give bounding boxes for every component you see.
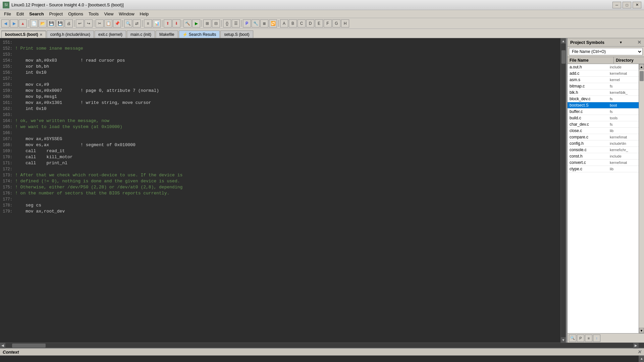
menu-project[interactable]: Project [47, 11, 65, 17]
menu-tools[interactable]: Tools [86, 11, 101, 17]
tb-misc2[interactable]: B [289, 19, 297, 27]
tb-misc7[interactable]: G [332, 19, 340, 27]
tb-misc6[interactable]: F [324, 19, 332, 27]
file-name-search[interactable]: File Name (Ctrl+O) [569, 48, 643, 55]
tb-misc1[interactable]: A [280, 19, 288, 27]
file-list-item[interactable]: build.ctools [568, 115, 639, 121]
close-button[interactable]: ✕ [633, 2, 641, 8]
tb-extra1[interactable]: {} [223, 19, 231, 27]
fls-up-arrow[interactable]: ▲ [639, 64, 644, 69]
rp-btn4[interactable]: ↑ [593, 335, 600, 342]
menu-bar: File Edit Search Project Options Tools V… [0, 10, 644, 18]
file-list-item[interactable]: convert.ckernel\mat [568, 160, 639, 166]
tb-proj2[interactable]: 🔧 [252, 19, 260, 27]
file-list-item[interactable]: buffer.cfs [568, 109, 639, 115]
file-list-scrollbar[interactable]: ▲ ▼ [639, 64, 644, 333]
file-list-item[interactable]: bootsect.Sboot [568, 102, 639, 109]
tab-makefile[interactable]: Makefile [156, 31, 178, 38]
tb-split[interactable]: ⊟ [212, 19, 220, 27]
code-editor[interactable]: 151:152:! Print some inane message153:15… [0, 38, 560, 343]
tb-saveall[interactable]: 💾 [56, 19, 64, 27]
file-directory: fs [608, 109, 639, 115]
line-number: 177: [0, 196, 15, 202]
file-list-item[interactable]: a.out.hinclude [568, 64, 639, 70]
rp-btn1[interactable]: 🔍 [569, 335, 576, 342]
menu-search[interactable]: Search [26, 11, 46, 17]
tb-replace[interactable]: ⇄ [133, 19, 141, 27]
scroll-down-arrow[interactable]: ▼ [561, 337, 566, 343]
tb-sym1[interactable]: ≡ [144, 19, 152, 27]
hs-left-arrow[interactable]: ◀ [0, 343, 5, 348]
tb-misc3[interactable]: C [298, 19, 306, 27]
tb-proj3[interactable]: ≣ [260, 19, 268, 27]
tb-save[interactable]: 💾 [47, 19, 55, 27]
file-list-item[interactable]: block_dev.cfs [568, 96, 639, 102]
tb-paste[interactable]: 📌 [113, 19, 121, 27]
menu-options[interactable]: Options [65, 11, 86, 17]
tb-open[interactable]: 📂 [39, 19, 47, 27]
context-main[interactable] [0, 356, 639, 362]
tb-back[interactable]: ◀ [1, 19, 9, 27]
tb-misc4[interactable]: D [306, 19, 314, 27]
tb-copy[interactable]: 📋 [104, 19, 112, 27]
menu-edit[interactable]: Edit [14, 11, 26, 17]
rp-btn3[interactable]: ≡ [585, 335, 592, 342]
tb-misc5[interactable]: E [315, 19, 323, 27]
tb-proj1[interactable]: P [243, 19, 251, 27]
tab-exit[interactable]: exit.c (kernel) [95, 31, 126, 38]
ctx-up-arrow[interactable]: ▲ [639, 356, 644, 361]
tab-close-icon[interactable]: ✕ [40, 33, 42, 37]
tb-ref2[interactable]: ⬇ [172, 19, 180, 27]
tb-search[interactable]: 🔍 [124, 19, 132, 27]
scroll-up-arrow[interactable]: ▲ [561, 38, 566, 44]
tab-main[interactable]: main.c (init) [127, 31, 155, 38]
maximize-button[interactable]: □ [623, 2, 631, 8]
tb-run[interactable]: ▶ [192, 19, 200, 27]
minimize-button[interactable]: ─ [612, 2, 621, 8]
fls-down-arrow[interactable]: ▼ [639, 328, 644, 333]
context-close-icon[interactable]: ✕ [637, 349, 641, 355]
file-search-container: File Name (Ctrl+O) [568, 47, 644, 57]
file-list-item[interactable]: config.hinclude\lin [568, 140, 639, 147]
menu-window[interactable]: Window [116, 11, 137, 17]
tb-ref1[interactable]: ⬆ [164, 19, 172, 27]
tb-new[interactable]: 📄 [30, 19, 38, 27]
tb-forward[interactable]: ▶ [10, 19, 18, 27]
tb-misc8[interactable]: H [341, 19, 349, 27]
project-symbols-dropdown[interactable]: ▼ [619, 41, 623, 44]
tb-redo[interactable]: ↪ [85, 19, 93, 27]
tb-undo[interactable]: ↩ [76, 19, 84, 27]
panel-close-icon[interactable]: ✕ [637, 40, 641, 45]
tb-sym2[interactable]: 📊 [153, 19, 161, 27]
file-list-item[interactable]: bitmap.cfs [568, 83, 639, 89]
tab-search-results[interactable]: ⚡ Search Results [179, 31, 220, 38]
context-scrollbar[interactable]: ▲ ▼ [639, 356, 644, 362]
menu-help[interactable]: Help [137, 11, 152, 17]
hs-right-arrow[interactable]: ▶ [633, 343, 639, 348]
file-list-item[interactable]: console.ckernel\chr_ [568, 147, 639, 153]
tb-up[interactable]: ▲ [19, 19, 27, 27]
file-list-item[interactable]: asm.skernel [568, 77, 639, 83]
code-line: 163: [0, 112, 560, 118]
file-list-item[interactable]: compare.ckernel\mat [568, 134, 639, 140]
tb-layout[interactable]: ⊞ [203, 19, 211, 27]
tab-setup[interactable]: setup.S (boot) [220, 31, 253, 38]
tb-build[interactable]: 🔨 [183, 19, 192, 27]
tab-bootsect[interactable]: bootsect.S (boot) ✕ [1, 31, 46, 38]
tb-proj4[interactable]: 🔁 [269, 19, 277, 27]
menu-view[interactable]: View [101, 11, 116, 17]
tb-extra2[interactable]: ☰ [232, 19, 240, 27]
menu-file[interactable]: File [1, 11, 14, 17]
rp-btn2[interactable]: P [577, 335, 584, 342]
horizontal-scrollbar[interactable]: ◀ ▶ [0, 343, 644, 348]
tb-print[interactable]: 🖨 [65, 19, 73, 27]
file-list-item[interactable]: const.hinclude [568, 153, 639, 160]
editor-scrollbar[interactable]: ▲ ▼ [560, 38, 566, 343]
file-list-item[interactable]: blk.hkernel\blk_ [568, 89, 639, 96]
tb-cut[interactable]: ✂ [96, 19, 104, 27]
file-list-item[interactable]: ctype.clib [568, 166, 639, 172]
file-list-item[interactable]: close.clib [568, 128, 639, 134]
file-list-item[interactable]: add.ckernel\mat [568, 70, 639, 77]
tab-config[interactable]: config.h (include\linux) [47, 31, 94, 38]
file-list-item[interactable]: char_dev.cfs [568, 121, 639, 128]
